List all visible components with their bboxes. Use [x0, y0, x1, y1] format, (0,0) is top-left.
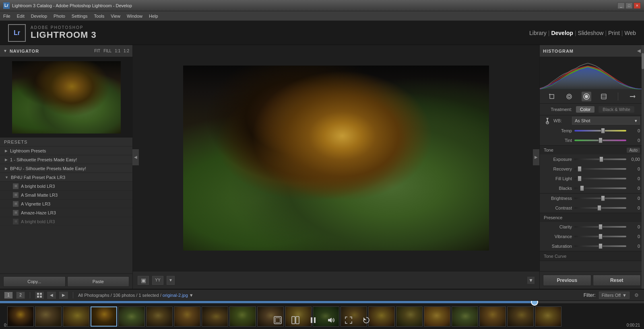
preset-item-1[interactable]: ⊞ A bright bold LR3 [0, 182, 132, 191]
copy-button[interactable]: Copy... [3, 276, 66, 287]
nav-develop[interactable]: Develop [551, 30, 573, 36]
menu-photo[interactable]: Photo [54, 14, 65, 19]
treatment-color-btn[interactable]: Color [576, 106, 594, 113]
right-panel-toggle[interactable]: ▶ [533, 149, 539, 165]
preset-group-bp4u-fall[interactable]: ▼ BP4U Fall Preset Pack LR3 [0, 173, 132, 182]
film-thumb-16[interactable] [424, 306, 450, 327]
film-thumb-1[interactable] [7, 306, 34, 327]
prev-nav-button[interactable]: ◀ [47, 292, 56, 299]
saturation-slider[interactable] [574, 245, 626, 247]
film-thumb-15[interactable] [396, 306, 423, 327]
exposure-slider-icon[interactable] [627, 92, 637, 101]
spot-heal-tool[interactable] [564, 92, 574, 101]
clarity-thumb[interactable] [599, 224, 603, 230]
temp-slider[interactable] [574, 130, 626, 132]
presets-area[interactable]: ▶ Lightroom Presets ▶ 1 - Silhouette Pre… [0, 146, 132, 273]
recovery-thumb[interactable] [578, 166, 582, 172]
recovery-slider[interactable] [574, 168, 626, 170]
left-panel-toggle[interactable]: ◀ [132, 149, 139, 165]
compare-button[interactable] [290, 315, 301, 326]
preset-group-silhouette[interactable]: ▶ 1 - Silhouette Presets Made Easy! [0, 155, 132, 164]
tint-thumb[interactable] [599, 138, 603, 143]
nav-1to1[interactable]: 1:1 [115, 49, 120, 53]
menu-develop[interactable]: Develop [31, 14, 47, 19]
film-thumb-9[interactable] [229, 306, 256, 327]
film-thumb-8[interactable] [202, 306, 228, 327]
film-thumb-14[interactable] [368, 306, 395, 327]
film-thumb-20[interactable] [535, 306, 561, 327]
wb-eyedropper-tool[interactable] [544, 117, 551, 124]
nav-web[interactable]: Web [624, 30, 636, 36]
close-button[interactable]: ✕ [634, 2, 641, 9]
blacks-slider[interactable] [574, 187, 626, 189]
wb-dropdown[interactable]: As Shot ▾ [572, 117, 640, 125]
right-panel-scrollbar[interactable] [642, 45, 644, 289]
saturation-thumb[interactable] [599, 243, 603, 249]
minimize-button[interactable]: _ [617, 2, 625, 9]
frame-button[interactable] [272, 315, 283, 326]
rotate-button[interactable] [361, 315, 372, 326]
film-thumb-17[interactable] [452, 306, 478, 327]
contrast-thumb[interactable] [597, 205, 601, 211]
nav-slideshow[interactable]: Slideshow [578, 30, 604, 36]
toolbar-dropdown-arrow[interactable]: ▼ [167, 276, 175, 285]
auto-button[interactable]: Auto [627, 148, 640, 153]
fill-light-slider[interactable] [574, 178, 626, 179]
preset-group-lightroom[interactable]: ▶ Lightroom Presets [0, 146, 132, 155]
exposure-slider[interactable] [574, 158, 626, 160]
treatment-bw-btn[interactable]: Black & White [599, 106, 634, 113]
fullscreen-button[interactable] [343, 315, 354, 326]
crop-tool[interactable] [547, 92, 557, 101]
menu-help[interactable]: Help [149, 14, 158, 19]
pause-button[interactable] [308, 315, 319, 326]
toolbar-end-button[interactable]: ▼ [527, 277, 535, 284]
nav-fit[interactable]: FIT [94, 49, 100, 53]
maximize-button[interactable]: □ [625, 2, 633, 9]
brightness-slider[interactable] [574, 197, 626, 199]
exposure-thumb[interactable] [599, 156, 603, 162]
reset-button[interactable]: Reset [593, 275, 641, 286]
contrast-slider[interactable] [574, 207, 626, 209]
menu-settings[interactable]: Settings [72, 14, 88, 19]
view-single-button[interactable]: ▣ [138, 276, 149, 285]
paste-button[interactable]: Paste [67, 276, 130, 287]
film-thumb-6[interactable] [146, 306, 173, 327]
film-thumb-18[interactable] [479, 306, 506, 327]
grid-view-button[interactable] [35, 292, 44, 299]
previous-button[interactable]: Previous [543, 275, 591, 286]
page-1-button[interactable]: 1 [4, 292, 13, 299]
menu-file[interactable]: File [3, 14, 10, 19]
filter-dropdown[interactable]: Filters Off ▼ [599, 292, 630, 299]
film-thumb-4[interactable] [91, 306, 117, 327]
filmstrip-scrubber[interactable] [0, 301, 644, 303]
adjustment-brush-tool[interactable] [582, 92, 591, 101]
scrubber-thumb[interactable] [531, 301, 538, 306]
page-2-button[interactable]: 2 [16, 292, 25, 299]
nav-print[interactable]: Print [608, 30, 620, 36]
brightness-thumb[interactable] [601, 195, 605, 201]
temp-thumb[interactable] [601, 128, 605, 134]
film-thumb-7[interactable] [174, 306, 200, 327]
blacks-thumb[interactable] [580, 185, 584, 191]
film-thumb-2[interactable] [35, 306, 62, 327]
clarity-slider[interactable] [574, 226, 626, 228]
nav-library[interactable]: Library [529, 30, 547, 36]
volume-button[interactable] [325, 315, 336, 326]
filter-settings-button[interactable]: ⚙ [633, 292, 640, 299]
film-thumb-3[interactable] [63, 306, 89, 327]
dropdown-indicator[interactable]: ▼ [189, 293, 194, 298]
preset-item-2[interactable]: ⊞ A Small Matte LR3 [0, 191, 132, 199]
menu-window[interactable]: Window [127, 14, 142, 19]
sort-button[interactable]: YY [152, 276, 163, 285]
tint-slider[interactable] [574, 140, 626, 141]
menu-edit[interactable]: Edit [17, 14, 25, 19]
scroll-thumb[interactable] [642, 53, 644, 69]
histogram-collapse-icon[interactable]: ◀ [637, 48, 641, 53]
film-thumb-19[interactable] [507, 306, 534, 327]
preset-item-3[interactable]: ⊞ A Vignette LR3 [0, 199, 132, 208]
preset-group-bp4u-silhouette[interactable]: ▶ BP4U - Silhouette Presets Made Easy! [0, 164, 132, 173]
nav-fill[interactable]: FILL [103, 49, 111, 53]
current-file-name-link[interactable]: original-2.jpg [163, 293, 188, 298]
menu-tools[interactable]: Tools [94, 14, 105, 19]
menu-view[interactable]: View [111, 14, 120, 19]
